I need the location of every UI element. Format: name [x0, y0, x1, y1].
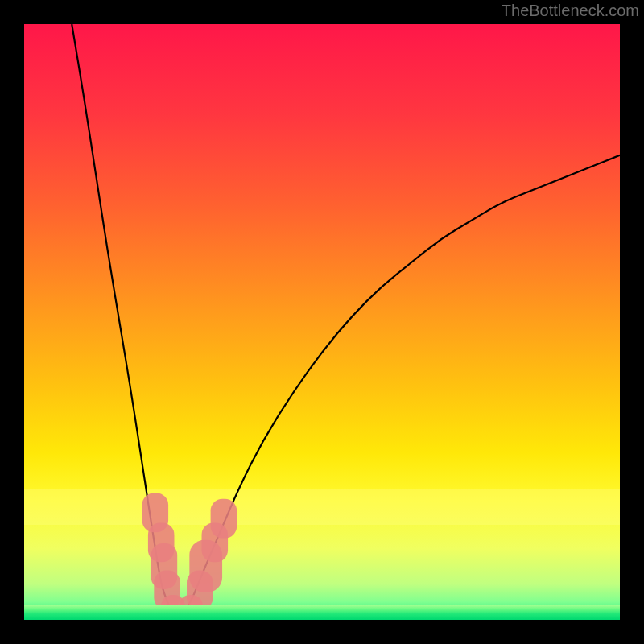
curve-lines [24, 24, 620, 620]
svg-rect-1 [24, 605, 620, 620]
data-marker [211, 499, 237, 539]
watermark-text: TheBottleneck.com [502, 2, 639, 20]
green-bottom-stripe [24, 605, 620, 620]
curve-right-curve [179, 155, 620, 620]
chart-container [24, 24, 620, 620]
